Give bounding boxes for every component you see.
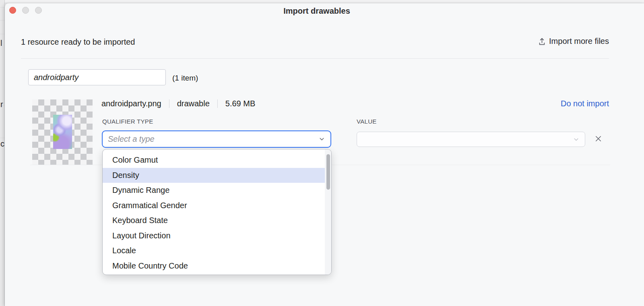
background-row-line bbox=[0, 7, 5, 8]
dropdown-item-locale[interactable]: Locale bbox=[103, 243, 325, 258]
dropdown-list: Color Gamut Density Dynamic Range Gramma… bbox=[103, 149, 325, 273]
dropdown-item-keyboard-state[interactable]: Keyboard State bbox=[103, 213, 325, 228]
dropdown-item-dynamic-range[interactable]: Dynamic Range bbox=[103, 183, 325, 198]
background-row-line bbox=[0, 138, 5, 138]
do-not-import-link[interactable]: Do not import bbox=[561, 99, 609, 108]
resource-type: drawable bbox=[177, 99, 210, 108]
background-row-line bbox=[0, 34, 5, 34]
dropdown-item-color-gamut[interactable]: Color Gamut bbox=[103, 153, 325, 168]
qualifier-placeholder: Select a type bbox=[103, 134, 318, 144]
value-combobox-disabled[interactable] bbox=[357, 132, 585, 147]
dropdown-scrollbar-thumb[interactable] bbox=[326, 154, 330, 190]
dropdown-item-density[interactable]: Density bbox=[103, 168, 325, 183]
qualifier-type-combobox[interactable]: Select a type bbox=[102, 130, 331, 148]
remove-qualifier-button[interactable] bbox=[593, 134, 603, 145]
background-window-edge: l r c bbox=[0, 0, 5, 306]
background-text-fragment: l bbox=[0, 39, 2, 48]
item-count-label: (1 item) bbox=[172, 74, 198, 83]
import-drawables-dialog: Import drawables 1 resource ready to be … bbox=[5, 3, 644, 306]
dropdown-scrollbar-track[interactable] bbox=[325, 149, 331, 275]
close-x-icon bbox=[594, 134, 603, 145]
dialog-titlebar: Import drawables bbox=[5, 3, 644, 21]
meta-separator bbox=[169, 99, 169, 108]
dropdown-item-layout-direction[interactable]: Layout Direction bbox=[103, 228, 325, 244]
file-name: androidparty.png bbox=[101, 99, 161, 108]
meta-separator bbox=[217, 99, 218, 108]
resources-ready-status: 1 resource ready to be imported bbox=[21, 37, 135, 47]
file-size: 5.69 MB bbox=[225, 99, 255, 108]
chevron-down-icon bbox=[573, 136, 585, 143]
chevron-down-icon bbox=[318, 136, 330, 143]
resource-name-input[interactable] bbox=[28, 69, 166, 85]
value-label: VALUE bbox=[357, 118, 377, 125]
drawable-thumbnail bbox=[32, 99, 93, 165]
dropdown-item-mobile-country-code[interactable]: Mobile Country Code bbox=[103, 258, 325, 274]
dropdown-item-grammatical-gender[interactable]: Grammatical Gender bbox=[103, 198, 325, 213]
dialog-title: Import drawables bbox=[5, 6, 629, 16]
background-text-fragment: c bbox=[0, 139, 4, 149]
file-meta-row: androidparty.png drawable 5.69 MB bbox=[101, 99, 255, 108]
qualifier-type-dropdown-popup: Color Gamut Density Dynamic Range Gramma… bbox=[102, 149, 332, 275]
background-row-line bbox=[0, 20, 5, 21]
background-text-fragment: r bbox=[0, 100, 3, 109]
background-window-titlebar bbox=[0, 0, 644, 3]
qualifier-type-label: QUALIFIER TYPE bbox=[102, 118, 153, 125]
drawable-preview-image bbox=[53, 115, 72, 149]
import-more-files-button[interactable]: Import more files bbox=[538, 37, 609, 46]
header-divider bbox=[21, 58, 609, 59]
import-more-files-label: Import more files bbox=[549, 37, 609, 46]
upload-icon bbox=[538, 37, 546, 46]
